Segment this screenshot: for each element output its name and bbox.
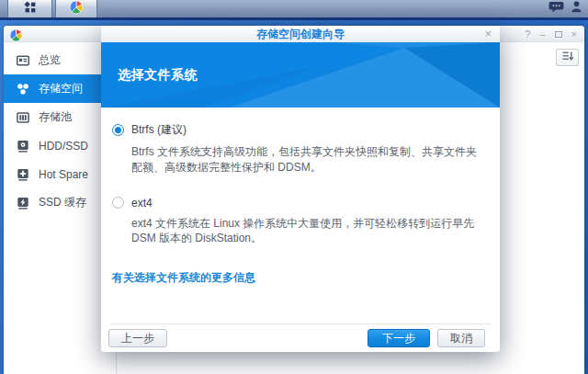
sidebar-item-storage-pool[interactable]: 存储池 xyxy=(4,103,116,131)
btrfs-radio[interactable] xyxy=(112,124,124,136)
sort-button[interactable] xyxy=(556,49,579,66)
storage-pool-icon xyxy=(16,110,30,125)
sidebar-item-hdd-ssd[interactable]: HDD/SSD xyxy=(4,131,116,160)
sidebar-item-label: Hot Spare xyxy=(39,168,88,181)
hdd-ssd-icon xyxy=(16,139,30,153)
sidebar-item-hot-spare[interactable]: Hot Spare xyxy=(4,160,116,188)
sidebar-item-label: 存储池 xyxy=(39,109,72,125)
ext4-label: ext4 xyxy=(131,197,153,210)
volume-creation-wizard-dialog: 存储空间创建向导 × 选择文件系统 Btrfs (建议) Btrfs 文件系统支… xyxy=(101,26,500,352)
ext4-radio[interactable] xyxy=(112,197,124,209)
dialog-titlebar: 存储空间创建向导 × xyxy=(101,26,500,42)
btrfs-description: Btrfs 文件系统支持高级功能，包括共享文件夹快照和复制、共享文件夹配额、高级… xyxy=(131,144,485,176)
minimize-button[interactable]: – xyxy=(539,29,545,40)
hot-spare-icon xyxy=(16,167,30,182)
btrfs-label: Btrfs (建议) xyxy=(131,122,187,138)
ext4-description: ext4 文件系统在 Linux 操作系统中大量使用，并可轻松移转到运行早先 D… xyxy=(131,216,485,247)
main-menu-icon xyxy=(24,1,37,17)
dialog-body: Btrfs (建议) Btrfs 文件系统支持高级功能，包括共享文件夹快照和复制… xyxy=(101,108,500,286)
volume-icon xyxy=(16,82,30,96)
user-icon xyxy=(570,0,583,17)
sidebar-item-overview[interactable]: 总览 xyxy=(4,46,116,74)
notifications-button[interactable] xyxy=(546,0,566,17)
step-heading: 选择文件系统 xyxy=(118,67,198,84)
main-menu-button[interactable] xyxy=(7,0,52,17)
wizard-step-header: 选择文件系统 xyxy=(101,42,500,108)
chat-icon xyxy=(548,0,564,17)
desktop: ? – × 总览 xyxy=(0,0,588,374)
dialog-title: 存储空间创建向导 xyxy=(256,28,345,40)
storage-manager-icon xyxy=(69,0,84,18)
sort-descending-icon xyxy=(561,50,574,66)
btrfs-option[interactable]: Btrfs (建议) xyxy=(112,122,485,138)
more-info-link[interactable]: 有关选择文件系统的更多信息 xyxy=(112,270,255,286)
user-menu-button[interactable] xyxy=(566,0,586,17)
sidebar-item-ssd-cache[interactable]: SSD 缓存 xyxy=(4,188,116,217)
storage-manager-taskbar-button[interactable] xyxy=(55,0,97,17)
sidebar-item-label: 存储空间 xyxy=(39,81,83,96)
help-button[interactable]: ? xyxy=(525,29,530,40)
ssd-cache-icon xyxy=(16,196,30,210)
cancel-button[interactable]: 取消 xyxy=(437,329,485,347)
back-button[interactable]: 上一步 xyxy=(108,329,167,347)
maximize-button[interactable] xyxy=(555,31,562,38)
taskbar xyxy=(0,0,588,20)
sidebar-item-label: 总览 xyxy=(39,52,61,68)
next-button[interactable]: 下一步 xyxy=(368,329,430,347)
close-button[interactable]: × xyxy=(571,29,577,40)
footer-divider xyxy=(110,323,491,324)
sidebar-item-label: SSD 缓存 xyxy=(39,195,86,210)
ext4-option[interactable]: ext4 xyxy=(112,197,485,210)
overview-icon xyxy=(16,53,30,68)
sidebar: 总览 存储空间 xyxy=(4,42,117,374)
dialog-footer: 上一步 下一步 取消 xyxy=(101,323,500,352)
sidebar-item-label: HDD/SSD xyxy=(39,140,88,153)
dialog-close-button[interactable]: × xyxy=(484,26,492,42)
window-controls: ? – × xyxy=(525,26,577,42)
sidebar-item-volume[interactable]: 存储空间 xyxy=(4,74,116,103)
